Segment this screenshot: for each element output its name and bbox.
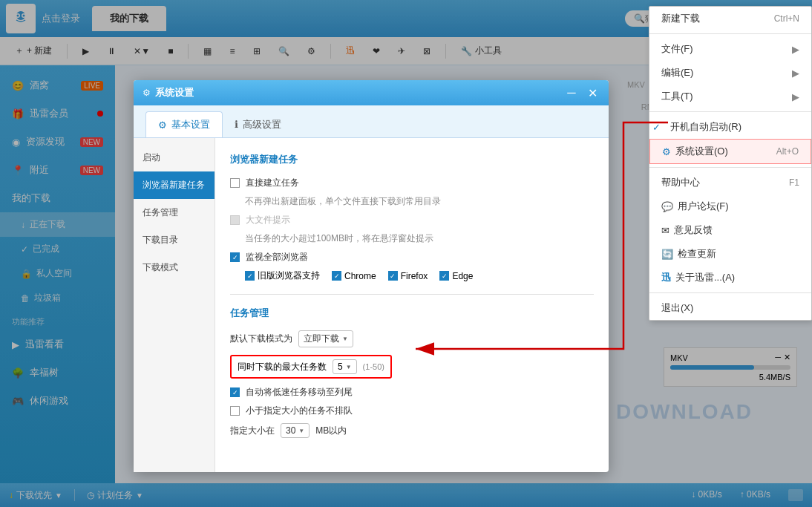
menu-feedback[interactable]: ✉ 意见反馈 [649, 218, 811, 242]
default-mode-select[interactable]: 立即下载 ▼ [298, 330, 353, 347]
dialog-settings-icon: ⚙ [143, 88, 151, 98]
old-browser-checkbox[interactable] [245, 271, 255, 281]
no-queue-option: 小于指定大小的任务不排队 [230, 405, 594, 417]
browser-list: 旧版浏览器支持 Chrome Firefox Edge [245, 269, 594, 282]
no-queue-checkbox[interactable] [230, 406, 240, 416]
browser-edge: Edge [439, 269, 473, 282]
forum-icon: 💬 [661, 201, 673, 212]
feedback-icon: ✉ [661, 225, 669, 236]
max-tasks-row: 同时下载的最大任务数 5 ▼ (1-50) [230, 355, 594, 379]
max-tasks-select[interactable]: 5 ▼ [333, 359, 357, 374]
menu-tools[interactable]: 工具(T) ▶ [649, 85, 811, 108]
dialog-title-bar: ⚙ 系统设置 ─ ✕ [134, 80, 609, 105]
large-file-checkbox[interactable] [230, 215, 240, 225]
tasks-range-hint: (1-50) [363, 362, 384, 371]
settings-gear-icon: ⚙ [662, 146, 671, 157]
menu-about[interactable]: 迅 关于迅雷...(A) [649, 266, 811, 290]
menu-sep-4 [649, 292, 811, 293]
dialog-sidebar-startup[interactable]: 启动 [134, 144, 215, 171]
large-file-hint: 当任务的大小超过100MB时，将在悬浮窗处提示 [245, 232, 594, 245]
dialog-sidebar-browser-tasks[interactable]: 浏览器新建任务 [134, 171, 215, 199]
edge-checkbox[interactable] [439, 271, 449, 281]
dialog-tabs: ⚙ 基本设置 ℹ 高级设置 [134, 105, 609, 138]
firefox-checkbox[interactable] [388, 271, 398, 281]
dialog-close[interactable]: ✕ [585, 86, 600, 100]
size-select-arrow: ▼ [298, 428, 304, 434]
menu-settings[interactable]: ⚙ 系统设置(O) Alt+O [649, 139, 811, 164]
dialog-title: 系统设置 [155, 86, 194, 99]
menu-new-download[interactable]: 新建下载 Ctrl+N [649, 7, 811, 30]
menu-exit[interactable]: 退出(X) [649, 296, 811, 320]
size-limit-row: 指定大小在 30 ▼ MB以内 [230, 423, 594, 438]
large-file-option: 大文件提示 [230, 214, 594, 226]
tasks-select-arrow: ▼ [346, 364, 352, 370]
menu-sep-3 [649, 167, 811, 168]
tab-basic-settings[interactable]: ⚙ 基本设置 [145, 111, 223, 137]
browser-firefox: Firefox [388, 269, 428, 282]
auto-move-option: 自动将低速任务移动至列尾 [230, 386, 594, 399]
monitor-browsers-checkbox[interactable] [230, 252, 240, 262]
system-settings-dialog: ⚙ 系统设置 ─ ✕ ⚙ 基本设置 ℹ 高级设置 启动 浏览器新建任务 [134, 80, 609, 472]
browser-chrome: Chrome [332, 269, 376, 282]
size-select[interactable]: 30 ▼ [281, 423, 310, 438]
max-tasks-highlight: 同时下载的最大任务数 5 ▼ (1-50) [230, 355, 392, 379]
chrome-checkbox[interactable] [332, 271, 341, 281]
browser-old: 旧版浏览器支持 [245, 269, 320, 282]
direct-task-option: 直接建立任务 [230, 177, 594, 189]
basic-settings-icon: ⚙ [158, 120, 167, 131]
dialog-main-content: 浏览器新建任务 直接建立任务 不再弹出新建面板，单个文件直接下载到常用目录 大文… [215, 138, 609, 472]
direct-task-checkbox[interactable] [230, 178, 240, 188]
menu-sep-1 [649, 33, 811, 34]
task-mgmt-title: 任务管理 [230, 307, 594, 320]
dialog-sidebar: 启动 浏览器新建任务 任务管理 下载目录 下载模式 [134, 138, 215, 472]
menu-check-update[interactable]: 🔄 检查更新 [649, 242, 811, 266]
advanced-settings-icon: ℹ [235, 119, 238, 130]
menu-edit[interactable]: 编辑(E) ▶ [649, 61, 811, 85]
context-menu: 新建下载 Ctrl+N 文件(F) ▶ 编辑(E) ▶ 工具(T) ▶ 开机自动… [649, 6, 812, 321]
menu-sep-2 [649, 111, 811, 112]
dialog-sidebar-download-mode[interactable]: 下载模式 [134, 254, 215, 281]
dialog-controls: ─ ✕ [564, 86, 600, 100]
monitor-browsers-option: 监视全部浏览器 [230, 251, 594, 264]
browser-section-title: 浏览器新建任务 [230, 153, 594, 166]
menu-file[interactable]: 文件(F) ▶ [649, 37, 811, 61]
default-mode-row: 默认下载模式为 立即下载 ▼ [230, 330, 594, 347]
section-divider [230, 294, 594, 295]
thunder-icon: 迅 [661, 271, 671, 284]
auto-move-checkbox[interactable] [230, 387, 240, 397]
tab-advanced-settings[interactable]: ℹ 高级设置 [223, 111, 293, 137]
update-icon: 🔄 [661, 249, 673, 260]
menu-help[interactable]: 帮助中心 F1 [649, 171, 811, 194]
dialog-sidebar-download-dir[interactable]: 下载目录 [134, 226, 215, 254]
menu-startup[interactable]: 开机自动启动(R) [649, 115, 811, 139]
menu-forum[interactable]: 💬 用户论坛(F) [649, 194, 811, 218]
dialog-body: 启动 浏览器新建任务 任务管理 下载目录 下载模式 浏览器新建任务 直接建立任务… [134, 138, 609, 472]
dialog-minimize[interactable]: ─ [564, 86, 579, 100]
dialog-sidebar-task-mgmt[interactable]: 任务管理 [134, 199, 215, 226]
direct-task-hint: 不再弹出新建面板，单个文件直接下载到常用目录 [245, 195, 594, 208]
mode-select-arrow: ▼ [342, 336, 348, 342]
